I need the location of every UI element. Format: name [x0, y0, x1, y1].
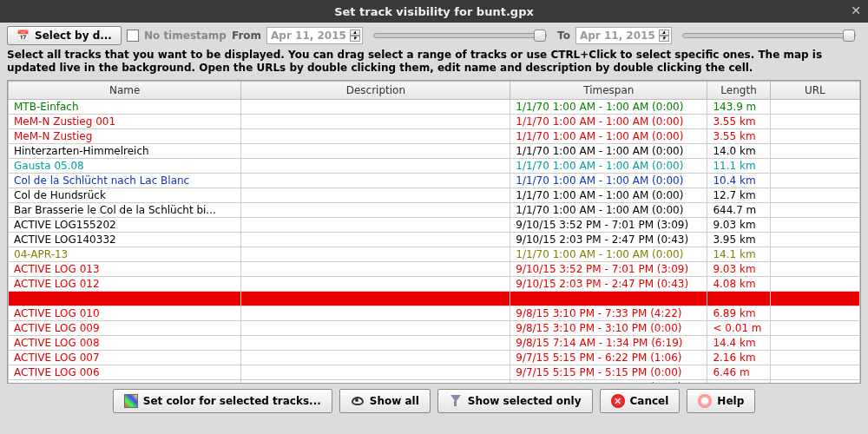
cell-timespan[interactable]: 1/1/70 1:00 AM - 1:00 AM (0:00): [510, 100, 707, 115]
cell-desc[interactable]: [241, 144, 510, 159]
cell-name[interactable]: ACTIVE LOG 010: [9, 306, 241, 321]
cell-length[interactable]: 6.46 m: [707, 365, 770, 380]
table-row[interactable]: ACTIVE LOG 0119/9/15 8:48 AM - 4:07 PM (…: [9, 292, 860, 306]
cell-name[interactable]: MTB-Einfach: [9, 100, 241, 115]
cell-desc[interactable]: [241, 115, 510, 129]
cell-url[interactable]: [770, 262, 859, 277]
cell-timespan[interactable]: 1/1/70 1:00 AM - 1:00 AM (0:00): [510, 115, 707, 129]
table-row[interactable]: ACTIVE LOG 0089/8/15 7:14 AM - 1:34 PM (…: [9, 336, 860, 351]
col-header-name[interactable]: Name: [9, 82, 241, 100]
col-header-length[interactable]: Length: [707, 82, 770, 100]
cell-timespan[interactable]: 9/7/15 5:15 PM - 5:15 PM (0:00): [510, 365, 707, 380]
table-row[interactable]: ACTIVE LOG 0129/10/15 2:03 PM - 2:47 PM …: [9, 277, 860, 292]
table-row[interactable]: MTB-Einfach1/1/70 1:00 AM - 1:00 AM (0:0…: [9, 100, 860, 115]
cell-url[interactable]: [770, 247, 859, 262]
cell-desc[interactable]: [241, 188, 510, 203]
cell-timespan[interactable]: 1/1/70 1:00 AM - 1:00 AM (0:00): [510, 129, 707, 144]
set-color-button[interactable]: Set color for selected tracks...: [113, 389, 332, 413]
cell-timespan[interactable]: 9/8/15 3:10 PM - 3:10 PM (0:00): [510, 321, 707, 336]
cell-name[interactable]: Bar Brasserie le Col de la Schlücht bi..…: [9, 203, 241, 218]
cell-desc[interactable]: [241, 262, 510, 277]
cell-length[interactable]: 4.08 km: [707, 277, 770, 292]
cell-length[interactable]: 3.55 km: [707, 129, 770, 144]
cell-timespan[interactable]: 1/1/70 1:00 AM - 1:00 AM (0:00): [510, 188, 707, 203]
cell-timespan[interactable]: 1/1/70 1:00 AM - 1:00 AM (0:00): [510, 174, 707, 188]
cell-name[interactable]: MeM-N Zustieg 001: [9, 115, 241, 129]
cell-name[interactable]: ACTIVE LOG 013: [9, 262, 241, 277]
cell-name[interactable]: Col de Hundsrück: [9, 188, 241, 203]
cell-url[interactable]: [770, 233, 859, 247]
cell-url[interactable]: [770, 129, 859, 144]
cell-desc[interactable]: [241, 277, 510, 292]
show-all-button[interactable]: Show all: [339, 389, 431, 413]
table-row[interactable]: ACTIVE LOG 0059/7/15 5:15 PM - 5:15 PM (…: [9, 380, 860, 385]
table-row[interactable]: MeM-N Zustieg1/1/70 1:00 AM - 1:00 AM (0…: [9, 129, 860, 144]
close-icon[interactable]: ✕: [851, 3, 861, 17]
cell-length[interactable]: 14.0 km: [707, 144, 770, 159]
cell-url[interactable]: [770, 174, 859, 188]
cell-desc[interactable]: [241, 159, 510, 174]
cell-desc[interactable]: [241, 129, 510, 144]
cell-url[interactable]: [770, 218, 859, 233]
cell-length[interactable]: 14.1 km: [707, 247, 770, 262]
table-row[interactable]: ACTIVE LOG1403329/10/15 2:03 PM - 2:47 P…: [9, 233, 860, 247]
cell-desc[interactable]: [241, 203, 510, 218]
cell-url[interactable]: [770, 306, 859, 321]
cell-length[interactable]: 6.89 km: [707, 306, 770, 321]
cell-length[interactable]: 11.1 km: [707, 159, 770, 174]
cell-timespan[interactable]: 9/10/15 2:03 PM - 2:47 PM (0:43): [510, 277, 707, 292]
from-slider[interactable]: [373, 33, 547, 38]
cell-timespan[interactable]: 9/9/15 8:48 AM - 4:07 PM (7:19): [510, 292, 707, 306]
cell-length[interactable]: 12.7 km: [707, 188, 770, 203]
cell-length[interactable]: 11.6 km: [707, 292, 770, 306]
cell-desc[interactable]: [241, 174, 510, 188]
table-row[interactable]: ACTIVE LOG 0099/8/15 3:10 PM - 3:10 PM (…: [9, 321, 860, 336]
cell-timespan[interactable]: 9/10/15 3:52 PM - 7:01 PM (3:09): [510, 262, 707, 277]
cell-name[interactable]: Gausta 05.08: [9, 159, 241, 174]
cell-desc[interactable]: [241, 380, 510, 385]
cell-timespan[interactable]: 9/10/15 3:52 PM - 7:01 PM (3:09): [510, 218, 707, 233]
cell-name[interactable]: Col de la Schlücht nach Lac Blanc: [9, 174, 241, 188]
col-header-timespan[interactable]: Timespan: [510, 82, 707, 100]
cell-desc[interactable]: [241, 306, 510, 321]
cell-url[interactable]: [770, 100, 859, 115]
table-row[interactable]: Gausta 05.081/1/70 1:00 AM - 1:00 AM (0:…: [9, 159, 860, 174]
table-row[interactable]: ACTIVE LOG 0079/7/15 5:15 PM - 6:22 PM (…: [9, 351, 860, 365]
cell-desc[interactable]: [241, 365, 510, 380]
cell-url[interactable]: [770, 336, 859, 351]
cell-timespan[interactable]: 9/10/15 2:03 PM - 2:47 PM (0:43): [510, 233, 707, 247]
table-row[interactable]: 04-APR-131/1/70 1:00 AM - 1:00 AM (0:00)…: [9, 247, 860, 262]
table-row[interactable]: ACTIVE LOG 0069/7/15 5:15 PM - 5:15 PM (…: [9, 365, 860, 380]
cell-timespan[interactable]: 1/1/70 1:00 AM - 1:00 AM (0:00): [510, 144, 707, 159]
cell-url[interactable]: [770, 115, 859, 129]
spin-down-icon[interactable]: ▾: [659, 36, 669, 42]
help-button[interactable]: Help: [687, 389, 755, 413]
cell-name[interactable]: ACTIVE LOG 006: [9, 365, 241, 380]
cell-desc[interactable]: [241, 351, 510, 365]
to-date-field[interactable]: Apr 11, 2015 ▴▾: [575, 27, 672, 44]
cell-length[interactable]: < 0.01 m: [707, 321, 770, 336]
cell-timespan[interactable]: 1/1/70 1:00 AM - 1:00 AM (0:00): [510, 159, 707, 174]
cell-desc[interactable]: [241, 100, 510, 115]
cell-url[interactable]: [770, 144, 859, 159]
cell-name[interactable]: Hinterzarten-Himmelreich: [9, 144, 241, 159]
cell-desc[interactable]: [241, 292, 510, 306]
cell-length[interactable]: 3.55 km: [707, 115, 770, 129]
cell-name[interactable]: 04-APR-13: [9, 247, 241, 262]
slider-thumb[interactable]: [534, 30, 546, 42]
cell-desc[interactable]: [241, 336, 510, 351]
cell-url[interactable]: [770, 277, 859, 292]
cell-desc[interactable]: [241, 247, 510, 262]
cell-url[interactable]: [770, 351, 859, 365]
cell-length[interactable]: 3.95 km: [707, 233, 770, 247]
cell-url[interactable]: [770, 321, 859, 336]
select-by-date-button[interactable]: 📅 Select by d...: [7, 26, 122, 45]
table-row[interactable]: Hinterzarten-Himmelreich1/1/70 1:00 AM -…: [9, 144, 860, 159]
cell-length[interactable]: 143.9 m: [707, 100, 770, 115]
cell-url[interactable]: [770, 292, 859, 306]
from-date-field[interactable]: Apr 11, 2015 ▴▾: [266, 27, 363, 44]
cell-name[interactable]: ACTIVE LOG 008: [9, 336, 241, 351]
cell-timespan[interactable]: 9/7/15 5:15 PM - 5:15 PM (0:00): [510, 380, 707, 385]
spin-down-icon[interactable]: ▾: [350, 36, 360, 42]
cell-desc[interactable]: [241, 321, 510, 336]
